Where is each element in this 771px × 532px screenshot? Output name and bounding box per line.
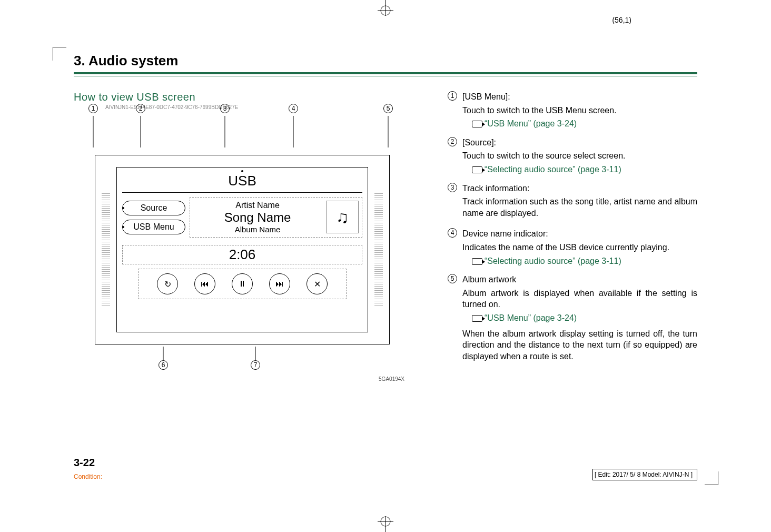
guid-text: AIVINJN1-E9144E87-0DC7-4702-9C76-7699BDD… [105,104,421,110]
source-button[interactable]: Source [122,201,185,215]
title-dot-icon [241,170,243,172]
crop-mark-bottom [375,511,396,532]
item-3-desc: Track information such as the song title… [462,196,697,219]
corner-mark-tl [53,37,74,58]
elapsed-time: 2:06 [122,245,362,264]
device-mockup: USB Source USB Menu Artist Na [90,150,395,350]
callout-4: 4 [289,104,298,113]
section-title: 3. Audio system [74,53,697,69]
right-column: 1 [USB Menu]: Touch to switch to the USB… [448,91,697,382]
item-2-num: 2 [448,137,457,146]
top-callouts: 1 2 3 4 5 [74,115,411,116]
item-1-desc: Touch to switch to the USB Menu screen. [462,105,697,116]
corner-mark-br [697,474,718,495]
ref-icon [472,166,482,173]
item-5-ref[interactable]: “USB Menu” (page 3-24) [485,313,577,322]
item-5-title: Album artwork [462,274,697,285]
item-4-num: 4 [448,228,457,238]
pad-left [102,193,110,307]
item-4: 4 Device name indicator: Indicates the n… [448,228,697,267]
item-5: 5 Album artwork Album artwork is display… [448,274,697,364]
title-rule [74,72,697,76]
left-column: How to view USB screen AIVINJN1-E9144E87… [74,91,421,382]
edit-box: [ Edit: 2017/ 5/ 8 Model: AIVINJ-N ] [592,469,697,480]
callout-lines-top [74,116,411,147]
ref-icon [472,315,482,322]
album-art-icon: ♫ [326,201,359,233]
item-5-num: 5 [448,274,457,283]
ref-icon [472,121,482,127]
bottom-callouts: 6 7 [74,347,411,373]
item-2-desc: Touch to switch to the source select scr… [462,150,697,162]
prev-track-button[interactable]: ⏮ [194,273,215,294]
callout-1: 1 [88,104,98,113]
pad-right [374,193,383,307]
screen-title-label: USB [228,173,256,189]
song-name: Song Name [193,210,322,225]
item-2-title: [Source]: [462,137,697,149]
item-1-title: [USB Menu]: [462,91,697,103]
subhead: How to view USB screen [74,91,421,103]
item-3-title: Track information: [462,183,697,194]
item-4-desc: Indicates the name of the USB device cur… [462,242,697,253]
callout-2: 2 [136,104,145,113]
item-1-ref[interactable]: “USB Menu” (page 3-24) [485,119,577,128]
figure: 1 2 3 4 5 [74,115,411,382]
callout-5: 5 [383,104,393,113]
item-3-num: 3 [448,183,457,192]
usb-menu-button-label: USB Menu [133,222,174,231]
page-area: 3. Audio system How to view USB screen A… [74,53,697,479]
callout-6: 6 [159,360,168,370]
signature-number: (56,1) [612,16,631,24]
repeat-button[interactable]: ↻ [157,273,178,294]
ref-icon [472,258,482,265]
pause-button[interactable]: ⏸ [232,273,253,294]
page-number: 3-22 [74,457,95,469]
item-1: 1 [USB Menu]: Touch to switch to the USB… [448,91,697,130]
artist-name: Artist Name [193,201,322,210]
item-4-title: Device name indicator: [462,228,697,240]
source-button-label: Source [141,203,167,212]
usb-menu-button[interactable]: USB Menu [122,220,185,234]
item-5-desc: Album artwork is displayed when availabl… [462,288,697,310]
item-3: 3 Track information: Track information s… [448,183,697,221]
control-bar: ↻ ⏮ ⏸ ⏭ ✕ [138,269,347,299]
item-1-num: 1 [448,91,457,101]
item-4-ref[interactable]: “Selecting audio source” (page 3-11) [485,257,621,265]
condition-label: Condition: [74,473,102,480]
item-2: 2 [Source]: Touch to switch to the sourc… [448,137,697,175]
album-name: Album Name [193,225,322,234]
next-track-button[interactable]: ⏭ [269,273,290,294]
screen-title: USB [117,168,368,192]
callout-3: 3 [220,104,230,113]
track-info-box: Artist Name Song Name Album Name ♫ [190,197,362,238]
shuffle-button[interactable]: ✕ [307,273,328,294]
item-5-desc2: When the album artwork display setting i… [462,328,697,362]
crop-mark-top [375,0,396,21]
callout-7: 7 [251,360,260,370]
figure-code: 5GA0194X [74,376,411,382]
item-2-ref[interactable]: “Selecting audio source” (page 3-11) [485,165,621,174]
